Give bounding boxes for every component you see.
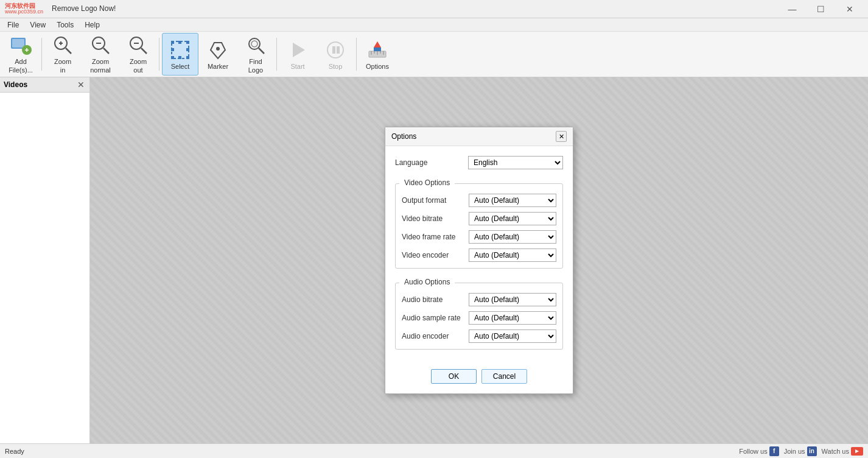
menu-view[interactable]: View xyxy=(25,19,51,30)
join-us-label: Join us xyxy=(784,448,805,455)
video-encoder-label: Video encoder xyxy=(402,251,469,259)
video-bitrate-row: Video bitrate Auto (Default) xyxy=(402,212,556,225)
audio-options-inner: Audio bitrate Auto (Default) Audio sampl… xyxy=(396,289,562,349)
dialog-title: Options xyxy=(391,132,416,141)
status-text: Ready xyxy=(5,448,24,455)
watch-us-label: Watch us xyxy=(822,448,849,455)
stop-label: Stop xyxy=(329,63,343,70)
svg-line-11 xyxy=(103,48,109,54)
youtube-icon: ▶ xyxy=(851,447,863,456)
svg-marker-29 xyxy=(293,43,305,57)
modal-overlay: Options ✕ Language English French German… xyxy=(90,77,868,443)
cancel-button[interactable]: Cancel xyxy=(481,369,527,384)
zoom-normal-label: Zoomnormal xyxy=(90,58,111,74)
marker-icon xyxy=(207,39,229,61)
svg-rect-1 xyxy=(12,39,24,48)
svg-line-14 xyxy=(141,48,147,54)
menu-file[interactable]: File xyxy=(2,19,24,30)
video-encoder-select[interactable]: Auto (Default) xyxy=(469,248,556,262)
language-select[interactable]: English French German Spanish Chinese xyxy=(468,156,563,169)
close-button[interactable]: ✕ xyxy=(836,0,863,18)
toolbar-zoom-normal-button[interactable]: Zoomnormal xyxy=(82,33,119,76)
toolbar-zoom-in-button[interactable]: Zoomin xyxy=(44,33,81,76)
canvas-area: Options ✕ Language English French German… xyxy=(90,77,868,443)
follow-us-link[interactable]: Follow us f xyxy=(739,446,779,456)
start-label: Start xyxy=(290,63,304,70)
ok-button[interactable]: OK xyxy=(431,369,477,384)
output-format-label: Output format xyxy=(402,196,469,205)
svg-rect-40 xyxy=(374,48,381,51)
video-options-inner: Output format Auto (Default) Video bitra… xyxy=(396,190,562,268)
audio-sample-rate-select[interactable]: Auto (Default) xyxy=(469,311,556,325)
toolbar-start-button[interactable]: Start xyxy=(279,33,316,76)
svg-rect-21 xyxy=(171,56,174,59)
toolbar: AddFile(s)... Zoomin Zoomnormal xyxy=(0,32,868,77)
menu-bar: File View Tools Help xyxy=(0,18,868,32)
toolbar-marker-button[interactable]: Marker xyxy=(200,33,236,76)
audio-encoder-select[interactable]: Auto (Default) xyxy=(469,329,556,343)
video-options-legend: Video Options xyxy=(399,176,455,189)
toolbar-sep-4 xyxy=(356,38,357,71)
output-format-select[interactable]: Auto (Default) xyxy=(469,194,556,207)
toolbar-sep-1 xyxy=(41,38,42,71)
svg-point-25 xyxy=(216,47,220,51)
svg-line-27 xyxy=(259,48,264,54)
svg-marker-39 xyxy=(374,41,381,48)
toolbar-add-files-button[interactable]: AddFile(s)... xyxy=(2,33,39,76)
add-files-icon xyxy=(10,34,32,56)
svg-rect-4 xyxy=(26,48,27,52)
svg-rect-15 xyxy=(172,41,189,58)
watch-us-link[interactable]: Watch us ▶ xyxy=(822,447,863,456)
video-bitrate-label: Video bitrate xyxy=(402,214,469,223)
svg-line-8 xyxy=(66,48,71,54)
facebook-icon: f xyxy=(769,446,779,456)
audio-options-legend: Audio Options xyxy=(399,275,455,289)
toolbar-find-logo-button[interactable]: FindLogo xyxy=(237,33,274,76)
svg-rect-18 xyxy=(186,41,189,44)
menu-help[interactable]: Help xyxy=(80,19,105,30)
audio-bitrate-select[interactable]: Auto (Default) xyxy=(469,293,556,306)
join-us-link[interactable]: Join us in xyxy=(784,446,817,456)
watermark-line2: www.pc0359.cn xyxy=(5,9,43,15)
zoom-in-icon xyxy=(52,34,74,56)
title-bar: 河东软件园 www.pc0359.cn Remove Logo Now! — ☐… xyxy=(0,0,868,18)
restore-button[interactable]: ☐ xyxy=(807,0,835,18)
toolbar-sep-2 xyxy=(159,38,159,71)
toolbar-options-button[interactable]: Options xyxy=(359,33,396,76)
main-area: Videos ✕ Options ✕ Language Engl xyxy=(0,77,868,443)
audio-encoder-label: Audio encoder xyxy=(402,332,469,340)
video-frame-rate-row: Video frame rate Auto (Default) xyxy=(402,230,556,244)
video-frame-rate-select[interactable]: Auto (Default) xyxy=(469,230,556,244)
video-encoder-row: Video encoder Auto (Default) xyxy=(402,248,556,262)
svg-rect-16 xyxy=(171,41,174,44)
options-label: Options xyxy=(366,63,389,70)
status-social: Follow us f Join us in Watch us ▶ xyxy=(739,446,863,456)
video-options-group: Video Options Output format Auto (Defaul… xyxy=(395,177,563,269)
video-bitrate-select[interactable]: Auto (Default) xyxy=(469,212,556,225)
sidebar-close-button[interactable]: ✕ xyxy=(76,80,86,90)
toolbar-stop-button[interactable]: Stop xyxy=(317,33,354,76)
video-frame-rate-label: Video frame rate xyxy=(402,233,469,241)
language-row: Language English French German Spanish C… xyxy=(395,156,563,169)
minimize-button[interactable]: — xyxy=(779,0,806,18)
find-logo-label: FindLogo xyxy=(248,58,263,74)
menu-tools[interactable]: Tools xyxy=(52,19,79,30)
zoom-in-label: Zoomin xyxy=(54,58,71,74)
select-icon xyxy=(169,39,191,61)
audio-bitrate-row: Audio bitrate Auto (Default) xyxy=(402,293,556,306)
select-label: Select xyxy=(171,63,190,70)
zoom-normal-icon xyxy=(89,34,111,56)
audio-sample-rate-label: Audio sample rate xyxy=(402,314,469,322)
dialog-close-button[interactable]: ✕ xyxy=(556,131,567,142)
toolbar-sep-3 xyxy=(276,38,277,71)
toolbar-zoom-out-button[interactable]: Zoomout xyxy=(120,33,156,76)
marker-label: Marker xyxy=(208,63,228,70)
audio-encoder-row: Audio encoder Auto (Default) xyxy=(402,329,556,343)
svg-rect-17 xyxy=(178,41,181,44)
svg-rect-32 xyxy=(337,46,340,54)
zoom-out-icon xyxy=(127,34,149,56)
svg-rect-22 xyxy=(178,56,181,59)
sidebar: Videos ✕ xyxy=(0,77,90,443)
audio-sample-rate-row: Audio sample rate Auto (Default) xyxy=(402,311,556,325)
toolbar-select-button[interactable]: Select xyxy=(162,33,198,76)
